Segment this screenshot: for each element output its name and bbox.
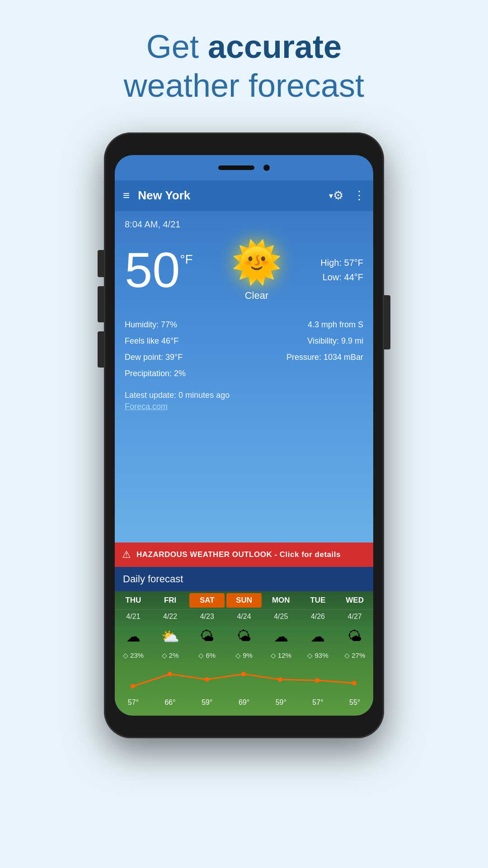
dropdown-arrow-icon[interactable]: ▾ [329, 191, 333, 201]
forecast-day-sat: SAT [189, 593, 225, 608]
forecast-precip-row: ◇ 23% ◇ 2% ◇ 6% ◇ 9% ◇ 12% ◇ 93% ◇ 27% [115, 650, 373, 661]
high-temp-fri: 66° [152, 698, 189, 707]
dew-point-detail: Dew point: 39°F [125, 349, 242, 365]
low-temp: Low: 44°F [320, 270, 363, 284]
notch-bar [115, 160, 373, 176]
alert-triangle-icon: ⚠ [122, 549, 131, 561]
forecast-icon-tue: ☁ [300, 628, 337, 645]
visibility-detail: Visibility: 9.9 mi [246, 333, 363, 349]
forecast-date-425: 4/25 [263, 610, 300, 623]
high-low-block: High: 57°F Low: 44°F [320, 255, 363, 284]
phone-screen: ≡ New York ▾ ⚙ ⋮ 8:04 AM, 4/21 50 °F [115, 155, 373, 716]
alert-text: HAZARDOUS WEATHER OUTLOOK - Click for de… [136, 550, 341, 559]
forecast-day-fri: FRI [152, 591, 189, 609]
daily-forecast-header: Daily forecast [115, 567, 373, 591]
svg-point-6 [352, 681, 357, 685]
high-temp-sat: 59° [188, 698, 225, 707]
forecast-high-temps-row: 57° 66° 59° 69° 59° 57° 55° [115, 698, 373, 707]
front-camera [263, 165, 270, 171]
forecast-icons-row: ☁ ⛅ 🌤 🌤 ☁ ☁ 🌤 [115, 623, 373, 650]
foreca-link[interactable]: Foreca.com [125, 402, 363, 411]
hamburger-icon[interactable]: ≡ [123, 189, 130, 203]
condition-label: Clear [245, 290, 269, 302]
forecast-date-421: 4/21 [115, 610, 152, 623]
temperature-chart [115, 661, 372, 698]
feels-like-detail: Feels like 46°F [125, 333, 242, 349]
top-bar-actions: ⚙ ⋮ [333, 189, 365, 203]
forecast-icon-mon: ☁ [263, 628, 300, 645]
forecast-day-mon: MON [263, 591, 300, 609]
forecast-icon-sun: 🌤 [225, 628, 263, 645]
power-button[interactable] [384, 295, 390, 349]
sun-icon: 🌞 [231, 239, 282, 286]
headline-prefix: Get [146, 28, 208, 65]
humidity-detail: Humidity: 77% [125, 317, 242, 332]
weather-details: Humidity: 77% 4.3 mph from S Feels like … [125, 317, 363, 382]
high-temp-wed: 55° [336, 698, 373, 707]
precip-mon: ◇ 12% [263, 650, 300, 661]
forecast-icon-wed: 🌤 [336, 628, 373, 645]
precipitation-detail: Precipitation: 2% [125, 366, 242, 381]
forecast-icon-thu: ☁ [115, 628, 152, 645]
top-bar: ≡ New York ▾ ⚙ ⋮ [115, 180, 373, 211]
settings-icon[interactable]: ⚙ [333, 189, 343, 203]
temperature-unit: °F [180, 252, 192, 267]
city-name[interactable]: New York [138, 189, 325, 203]
svg-point-0 [131, 684, 135, 689]
app-content: ≡ New York ▾ ⚙ ⋮ 8:04 AM, 4/21 50 °F [115, 180, 373, 716]
weather-main: 8:04 AM, 4/21 50 °F 🌞 Clear High: 57°F L… [115, 211, 373, 542]
weather-icon-area: 🌞 Clear [193, 239, 321, 302]
precip-tue: ◇ 93% [300, 650, 337, 661]
forecast-days-row: THU FRI SAT SUN MON TUE WED [115, 591, 373, 610]
volume-down-button[interactable] [98, 331, 104, 368]
precip-sat: ◇ 6% [188, 650, 225, 661]
high-temp: High: 57°F [320, 255, 363, 270]
high-temp-tue: 57° [300, 698, 337, 707]
svg-point-1 [168, 672, 172, 676]
forecast-date-423: 4/23 [188, 610, 225, 623]
alert-banner[interactable]: ⚠ HAZARDOUS WEATHER OUTLOOK - Click for … [115, 542, 373, 567]
precip-fri: ◇ 2% [152, 650, 189, 661]
phone-wrapper: ≡ New York ▾ ⚙ ⋮ 8:04 AM, 4/21 50 °F [104, 132, 384, 738]
forecast-day-wed: WED [336, 591, 373, 609]
headline-bold: accurate [208, 28, 342, 65]
precip-wed: ◇ 27% [336, 650, 373, 661]
svg-point-2 [205, 677, 209, 682]
forecast-icon-fri: ⛅ [152, 628, 189, 645]
wind-detail: 4.3 mph from S [246, 317, 363, 332]
high-temp-mon: 59° [263, 698, 300, 707]
forecast-date-422: 4/22 [152, 610, 189, 623]
precip-sun: ◇ 9% [225, 650, 263, 661]
update-label: Latest update: 0 minutes ago [125, 391, 363, 400]
more-options-icon[interactable]: ⋮ [353, 189, 365, 203]
speaker-slot [218, 165, 254, 170]
forecast-day-thu: THU [115, 591, 152, 609]
headline-suffix: weather forecast [124, 67, 364, 104]
forecast-date-427: 4/27 [336, 610, 373, 623]
high-temp-sun: 69° [225, 698, 263, 707]
datetime-label: 8:04 AM, 4/21 [125, 219, 363, 230]
pressure-detail: Pressure: 1034 mBar [246, 349, 363, 365]
temperature-value: 50 [125, 245, 180, 295]
volume-up-button[interactable] [98, 286, 104, 322]
forecast-day-tue: TUE [300, 591, 337, 609]
precip-thu: ◇ 23% [115, 650, 152, 661]
daily-forecast-section: Daily forecast THU FRI SAT SUN MON TUE W… [115, 567, 373, 716]
high-temp-thu: 57° [115, 698, 152, 707]
temperature-block: 50 °F [125, 245, 193, 295]
forecast-date-424: 4/24 [225, 610, 263, 623]
current-weather-row: 50 °F 🌞 Clear High: 57°F Low: 44°F [125, 239, 363, 302]
forecast-chart-area: 57° 66° 59° 69° 59° 57° 55° [115, 661, 373, 716]
forecast-icon-sat: 🌤 [188, 628, 225, 645]
svg-point-3 [241, 672, 246, 676]
volume-mute-button[interactable] [98, 250, 104, 277]
forecast-table: THU FRI SAT SUN MON TUE WED 4/21 4/22 4/… [115, 591, 373, 716]
headline: Get accurate weather forecast [124, 27, 364, 105]
svg-point-5 [315, 678, 319, 683]
svg-point-4 [278, 677, 282, 682]
forecast-date-426: 4/26 [300, 610, 337, 623]
forecast-dates-row: 4/21 4/22 4/23 4/24 4/25 4/26 4/27 [115, 610, 373, 623]
forecast-day-sun: SUN [226, 593, 262, 608]
